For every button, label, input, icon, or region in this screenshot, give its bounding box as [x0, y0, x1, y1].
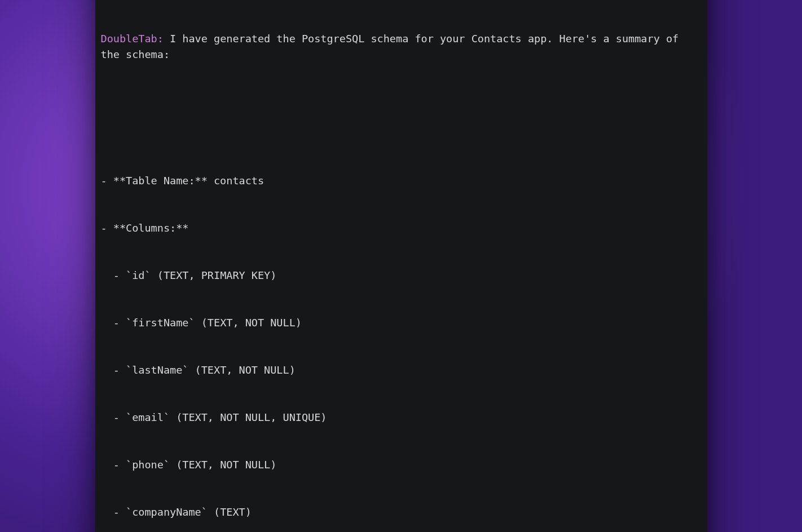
- schema-column-companyname: - `companyName` (TEXT): [101, 504, 702, 520]
- agent-name: DoubleTab:: [101, 33, 164, 45]
- schema-columns-header: - **Columns:**: [101, 220, 702, 236]
- schema-column-lastname: - `lastName` (TEXT, NOT NULL): [101, 362, 702, 378]
- terminal-body[interactable]: Would you like to proceed with generatin…: [95, 0, 707, 532]
- agent-intro-text: I have generated the PostgreSQL schema f…: [101, 33, 685, 60]
- schema-table-name-line: - **Table Name:** contacts: [101, 173, 702, 189]
- schema-column-email: - `email` (TEXT, NOT NULL, UNIQUE): [101, 410, 702, 425]
- blank-line: [101, 110, 702, 126]
- schema-column-firstname: - `firstName` (TEXT, NOT NULL): [101, 315, 702, 331]
- terminal-window: -zsh ⌥⌘2 Would you like to proceed with …: [95, 0, 707, 532]
- agent-response-intro: DoubleTab: I have generated the PostgreS…: [101, 31, 702, 63]
- schema-column-id: - `id` (TEXT, PRIMARY KEY): [101, 268, 702, 283]
- schema-column-phone: - `phone` (TEXT, NOT NULL): [101, 457, 702, 473]
